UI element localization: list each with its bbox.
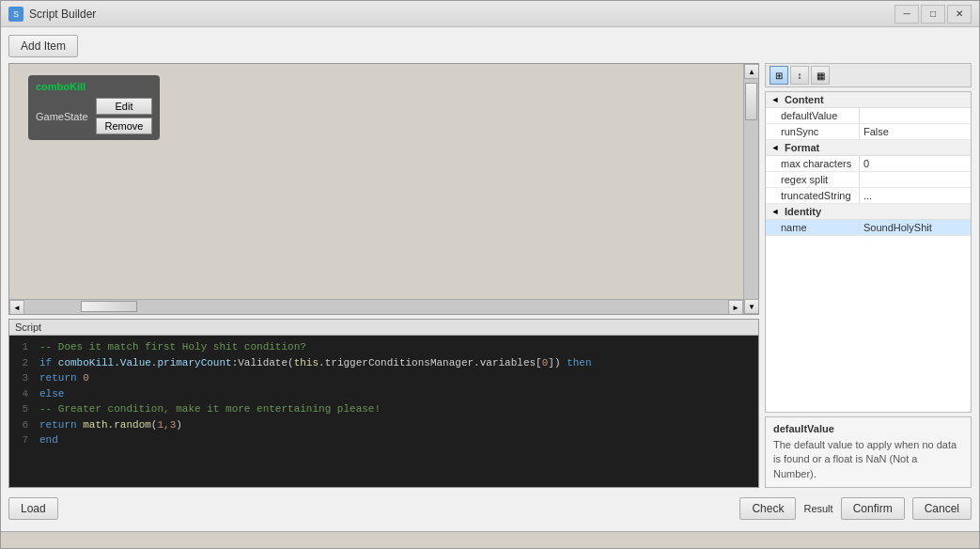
scroll-thumb-h[interactable] <box>81 301 137 312</box>
line-content-1: -- Does it match first Holy shit conditi… <box>39 339 751 355</box>
prop-value-truncatedstring: ... <box>860 188 971 203</box>
toolbar: Add Item <box>8 35 972 57</box>
bottom-bar: Load Check Result Confirm Cancel <box>8 494 972 524</box>
line-content-5: -- Greater condition, make it more enter… <box>39 401 751 417</box>
script-line-5: 5 -- Greater condition, make it more ent… <box>17 401 751 417</box>
window-title: Script Builder <box>29 8 96 21</box>
description-box: defaultValue The default value to apply … <box>765 416 972 488</box>
prop-value-defaultvalue <box>860 108 971 123</box>
prop-row-name: name SoundHolyShit <box>766 220 971 236</box>
prop-value-maxchars: 0 <box>860 156 971 171</box>
line-num-2: 2 <box>17 355 28 371</box>
filter-icon-btn[interactable]: ▦ <box>811 66 830 85</box>
confirm-button[interactable]: Confirm <box>841 497 905 520</box>
add-item-button[interactable]: Add Item <box>8 35 78 57</box>
content-section-name: Content <box>785 94 824 105</box>
prop-row-truncatedstring: truncatedString ... <box>766 188 971 204</box>
scroll-down-btn[interactable]: ▼ <box>744 299 759 314</box>
prop-name-regexsplit: regex split <box>766 172 860 187</box>
script-label: Script <box>9 320 758 336</box>
line-content-7: end <box>39 432 751 448</box>
script-line-7: 7 end <box>17 432 751 448</box>
main-window: S Script Builder ─ □ ✕ Add Item comboKil… <box>0 0 980 549</box>
right-panel: ⊞ ↕ ▦ ◄ Content defaultValue <box>765 63 972 488</box>
line-content-2: if comboKill.Value.primaryCount:Validate… <box>39 355 751 371</box>
canvas-scrollbar-h[interactable]: ◄ ► <box>9 299 743 314</box>
combo-kill-node: comboKill GameState Edit Remove <box>28 75 160 140</box>
prop-name-runsync: runSync <box>766 124 860 139</box>
prop-name-name: name <box>766 220 860 235</box>
canvas-area: comboKill GameState Edit Remove ▲ <box>8 63 759 315</box>
line-num-5: 5 <box>17 401 28 417</box>
node-body: GameState Edit Remove <box>36 98 152 134</box>
line-num-4: 4 <box>17 386 28 402</box>
line-num-1: 1 <box>17 339 28 355</box>
prop-value-name: SoundHolyShit <box>860 220 971 235</box>
prop-name-truncatedstring: truncatedString <box>766 188 860 203</box>
close-button[interactable]: ✕ <box>947 5 972 24</box>
prop-value-regexsplit <box>860 172 971 187</box>
scroll-track-h[interactable] <box>24 300 728 315</box>
format-section-name: Format <box>785 142 819 153</box>
cancel-button[interactable]: Cancel <box>912 497 972 520</box>
line-content-6: return math.random(1,3) <box>39 417 751 433</box>
desc-title: defaultValue <box>773 423 963 434</box>
scroll-track-v[interactable] <box>744 79 758 299</box>
line-content-3: return 0 <box>39 370 751 386</box>
identity-section-name: Identity <box>785 206 821 217</box>
node-title: comboKill <box>36 81 152 92</box>
script-line-1: 1 -- Does it match first Holy shit condi… <box>17 339 751 355</box>
format-section-header[interactable]: ◄ Format <box>766 140 971 156</box>
result-label: Result <box>803 503 832 514</box>
node-remove-button[interactable]: Remove <box>96 118 152 134</box>
script-line-3: 3 return 0 <box>17 370 751 386</box>
app-icon: S <box>8 7 23 22</box>
load-button[interactable]: Load <box>8 497 58 520</box>
titlebar: S Script Builder ─ □ ✕ <box>1 1 979 27</box>
titlebar-left: S Script Builder <box>8 7 96 22</box>
bottom-left: Load <box>8 497 58 520</box>
prop-value-runsync: False <box>860 124 971 139</box>
script-editor[interactable]: 1 -- Does it match first Holy shit condi… <box>9 336 758 487</box>
line-num-3: 3 <box>17 370 28 386</box>
property-grid: ◄ Content defaultValue runSync False ◄ <box>765 91 972 413</box>
content-expand-icon[interactable]: ◄ <box>770 94 781 105</box>
check-button[interactable]: Check <box>739 497 796 520</box>
prop-toolbar: ⊞ ↕ ▦ <box>765 63 972 87</box>
status-bar <box>1 531 979 548</box>
content-section-header[interactable]: ◄ Content <box>766 92 971 108</box>
prop-row-runsync: runSync False <box>766 124 971 140</box>
main-content: Add Item comboKill GameState Edit Remove <box>1 27 979 531</box>
left-panel: comboKill GameState Edit Remove ▲ <box>8 63 759 488</box>
identity-expand-icon[interactable]: ◄ <box>770 206 781 217</box>
script-line-2: 2 if comboKill.Value.primaryCount:Valida… <box>17 355 751 371</box>
prop-row-maxchars: max characters 0 <box>766 156 971 172</box>
script-line-4: 4 else <box>17 386 751 402</box>
script-line-6: 6 return math.random(1,3) <box>17 417 751 433</box>
desc-text: The default value to apply when no data … <box>773 438 963 481</box>
scroll-thumb-v[interactable] <box>745 83 757 120</box>
node-label: GameState <box>36 111 88 122</box>
script-section: Script 1 -- Does it match first Holy shi… <box>8 319 759 488</box>
bottom-right: Check Result Confirm Cancel <box>739 497 972 520</box>
scroll-right-btn[interactable]: ► <box>728 300 743 315</box>
line-content-4: else <box>39 386 751 402</box>
identity-section-header[interactable]: ◄ Identity <box>766 204 971 220</box>
maximize-button[interactable]: □ <box>921 5 945 24</box>
prop-name-maxchars: max characters <box>766 156 860 171</box>
sort-icon-btn[interactable]: ↕ <box>790 66 809 85</box>
prop-row-regexsplit: regex split <box>766 172 971 188</box>
scroll-up-btn[interactable]: ▲ <box>744 64 759 79</box>
prop-name-defaultvalue: defaultValue <box>766 108 860 123</box>
line-num-7: 7 <box>17 432 28 448</box>
format-expand-icon[interactable]: ◄ <box>770 142 781 153</box>
prop-row-defaultvalue: defaultValue <box>766 108 971 124</box>
titlebar-controls: ─ □ ✕ <box>894 5 972 24</box>
scroll-left-btn[interactable]: ◄ <box>9 300 24 315</box>
grid-icon-btn[interactable]: ⊞ <box>770 66 788 85</box>
node-buttons: Edit Remove <box>96 98 152 134</box>
content-area: comboKill GameState Edit Remove ▲ <box>8 63 972 488</box>
node-edit-button[interactable]: Edit <box>96 98 152 115</box>
minimize-button[interactable]: ─ <box>894 5 919 24</box>
canvas-scrollbar-v[interactable]: ▲ ▼ <box>743 64 758 314</box>
